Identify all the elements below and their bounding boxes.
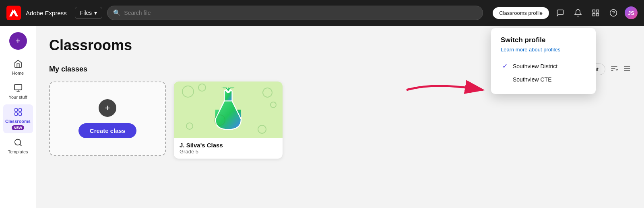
class-card-j-silva[interactable]: J. Silva's Class Grade 5 <box>174 82 283 159</box>
sidebar-item-classrooms-label: Classrooms <box>5 119 31 124</box>
learn-more-link[interactable]: Learn more about profiles <box>501 47 586 53</box>
templates-icon <box>14 138 23 148</box>
svg-rect-10 <box>19 109 21 111</box>
sidebar-item-templates[interactable]: Templates <box>3 135 33 157</box>
svg-rect-4 <box>593 14 595 16</box>
svg-rect-9 <box>14 109 17 111</box>
svg-rect-5 <box>597 14 599 16</box>
svg-point-13 <box>14 139 21 145</box>
search-icon: 🔍 <box>113 9 121 16</box>
chat-icon-button[interactable] <box>554 6 567 19</box>
help-icon-button[interactable] <box>607 6 620 19</box>
svg-rect-8 <box>14 85 21 90</box>
class-card-grade: Grade 5 <box>180 149 277 155</box>
files-dropdown[interactable]: Files ▾ <box>75 7 103 19</box>
list-view-button[interactable] <box>623 64 631 74</box>
classrooms-profile-button[interactable]: Classrooms profile <box>493 7 549 19</box>
my-classes-title: My classes <box>49 65 87 73</box>
svg-marker-1 <box>13 9 18 16</box>
your-stuff-icon <box>14 84 23 94</box>
class-card-name: J. Silva's Class <box>180 142 277 149</box>
profile-option-label: Southview CTE <box>513 76 551 83</box>
new-badge: NEW <box>12 125 24 130</box>
class-card-image <box>174 82 283 138</box>
apps-icon-button[interactable] <box>589 6 602 19</box>
sidebar-item-your-stuff[interactable]: Your stuff <box>3 80 33 103</box>
create-card-plus-circle: + <box>99 99 116 117</box>
switch-profile-dropdown: Switch profile Learn more about profiles… <box>491 28 596 94</box>
bell-icon-button[interactable] <box>572 6 584 19</box>
adobe-logo[interactable] <box>6 6 21 20</box>
svg-marker-0 <box>9 9 14 16</box>
switch-profile-title: Switch profile <box>501 36 586 44</box>
svg-rect-12 <box>19 113 21 115</box>
svg-rect-2 <box>593 10 595 12</box>
svg-line-14 <box>20 144 21 146</box>
chevron-down-icon: ▾ <box>94 10 97 16</box>
search-bar[interactable]: 🔍 Search file <box>107 6 483 20</box>
sidebar: + Home Your stuff Classrooms NEW T <box>0 26 36 208</box>
plus-icon: + <box>15 36 21 46</box>
home-icon <box>14 59 23 69</box>
app-name: Adobe Express <box>26 10 67 16</box>
top-navigation: Adobe Express Files ▾ 🔍 Search file Clas… <box>0 0 644 26</box>
svg-rect-11 <box>14 113 17 115</box>
create-class-button[interactable]: Create class <box>78 123 136 138</box>
classrooms-icon <box>14 108 23 118</box>
profile-option-southview-cte[interactable]: Southview CTE <box>501 73 586 86</box>
profile-option-southview-district[interactable]: ✓ Southview District <box>501 59 586 73</box>
sidebar-item-home[interactable]: Home <box>3 56 33 79</box>
avatar[interactable]: JS <box>625 6 638 19</box>
svg-rect-3 <box>597 10 599 12</box>
profile-option-label: Southview District <box>513 63 557 69</box>
class-card-info: J. Silva's Class Grade 5 <box>174 138 283 159</box>
add-button[interactable]: + <box>9 32 27 50</box>
sidebar-item-classrooms[interactable]: Classrooms NEW <box>3 104 33 133</box>
plus-icon: + <box>105 103 110 113</box>
create-class-card[interactable]: + Create class <box>49 82 166 156</box>
sort-icon-button[interactable] <box>610 64 618 74</box>
sidebar-item-your-stuff-label: Your stuff <box>9 95 27 100</box>
nav-right: Classrooms profile JS <box>493 6 638 19</box>
check-icon: ✓ <box>502 62 510 70</box>
sidebar-item-templates-label: Templates <box>8 149 28 154</box>
sidebar-item-home-label: Home <box>12 71 24 75</box>
